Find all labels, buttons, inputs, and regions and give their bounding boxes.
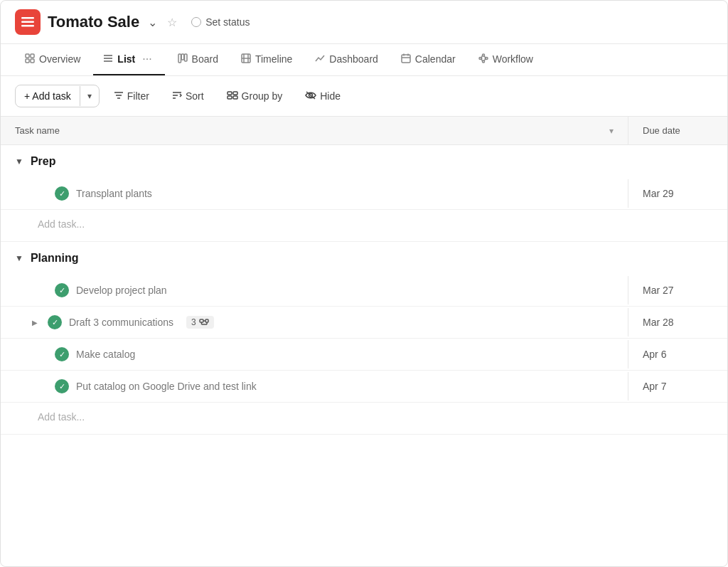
tab-overview[interactable]: Overview — [15, 45, 90, 75]
task-draft-check[interactable]: ✓ — [48, 315, 62, 329]
tab-calendar[interactable]: Calendar — [391, 45, 466, 75]
calendar-icon — [401, 53, 411, 65]
tab-board-label: Board — [192, 53, 218, 65]
status-circle-icon — [191, 17, 201, 27]
col-due-date-header[interactable]: Due date — [628, 117, 727, 144]
task-gdrive-date: Apr 7 — [628, 372, 727, 401]
group-prep-title: Prep — [31, 155, 56, 168]
add-task-main-button[interactable]: + Add task — [16, 85, 80, 107]
sort-button[interactable]: Sort — [164, 85, 213, 107]
task-draft-cell: ▶ ✓ Draft 3 communications 3 — [15, 307, 628, 338]
tab-workflow[interactable]: Workflow — [469, 45, 543, 75]
task-row: ✓ Put catalog on Google Drive and test l… — [1, 371, 727, 403]
task-transplant-check[interactable]: ✓ — [55, 186, 69, 201]
tab-timeline-label: Timeline — [255, 53, 292, 65]
tab-workflow-label: Workflow — [493, 53, 533, 65]
menu-icon-button[interactable] — [15, 9, 41, 35]
header: Tomato Sale ⌄ ☆ Set status — [1, 1, 727, 44]
group-by-button[interactable]: Group by — [218, 85, 291, 107]
tab-list-label: List — [117, 53, 135, 65]
nav-tabs: Overview List ··· Board — [1, 44, 727, 76]
task-gdrive-name: Put catalog on Google Drive and test lin… — [76, 381, 257, 392]
filter-icon — [114, 90, 124, 102]
set-status-button[interactable]: Set status — [186, 14, 255, 31]
sort-label: Sort — [186, 90, 204, 102]
add-task-planning-row[interactable]: Add task... — [1, 403, 727, 434]
add-task-prep-row[interactable]: Add task... — [1, 210, 727, 241]
task-catalog-check[interactable]: ✓ — [55, 347, 69, 361]
task-name-label: Task name — [15, 125, 60, 136]
toolbar: + Add task ▾ Filter S — [1, 76, 727, 117]
group-planning-header[interactable]: ▼ Planning — [1, 242, 727, 275]
task-develop-check[interactable]: ✓ — [55, 283, 69, 297]
svg-rect-1 — [21, 21, 34, 23]
svg-line-30 — [483, 58, 486, 60]
col-task-name-header[interactable]: Task name ▾ — [1, 117, 628, 144]
task-row: ✓ Make catalog Apr 6 — [1, 339, 727, 371]
filter-button[interactable]: Filter — [105, 85, 158, 107]
add-task-planning-label: Add task... — [38, 411, 85, 423]
dashboard-icon — [315, 53, 325, 65]
list-tab-more-button[interactable]: ··· — [139, 53, 154, 65]
svg-rect-6 — [31, 59, 34, 63]
task-draft-date: Mar 28 — [628, 308, 727, 337]
tab-calendar-label: Calendar — [415, 53, 456, 65]
hide-button[interactable]: Hide — [296, 85, 349, 107]
hide-label: Hide — [320, 90, 341, 102]
group-planning: ▼ Planning ✓ Develop project plan Mar 27… — [1, 242, 727, 435]
group-prep: ▼ Prep ✓ Transplant plants Mar 29 Add ta… — [1, 145, 727, 242]
svg-rect-40 — [233, 96, 237, 99]
timeline-icon — [241, 53, 251, 65]
hide-icon — [305, 90, 316, 102]
svg-rect-4 — [31, 54, 34, 58]
svg-line-27 — [481, 58, 483, 60]
list-icon — [103, 53, 113, 65]
task-draft-expand-button[interactable]: ▶ — [29, 317, 41, 328]
task-catalog-date: Apr 6 — [628, 340, 727, 369]
task-transplant-date: Mar 29 — [628, 179, 727, 208]
subtask-icon — [199, 319, 209, 326]
task-transplant-cell: ✓ Transplant plants — [41, 178, 628, 209]
svg-rect-39 — [228, 96, 232, 99]
task-catalog-name: Make catalog — [76, 349, 135, 360]
content: ▼ Prep ✓ Transplant plants Mar 29 Add ta… — [1, 145, 727, 435]
svg-rect-38 — [233, 92, 237, 95]
group-planning-title: Planning — [31, 252, 79, 265]
tab-dashboard[interactable]: Dashboard — [305, 45, 388, 75]
task-gdrive-cell: ✓ Put catalog on Google Drive and test l… — [41, 371, 628, 402]
group-planning-collapse-button[interactable]: ▼ — [15, 253, 23, 263]
star-button[interactable]: ☆ — [166, 14, 178, 31]
task-draft-name: Draft 3 communications — [69, 317, 173, 328]
task-develop-cell: ✓ Develop project plan — [41, 275, 628, 306]
subtask-count: 3 — [191, 317, 196, 327]
app-container: Tomato Sale ⌄ ☆ Set status Overview — [0, 0, 728, 567]
tab-timeline[interactable]: Timeline — [231, 45, 302, 75]
task-transplant-name: Transplant plants — [76, 188, 152, 199]
task-row: ✓ Develop project plan Mar 27 — [1, 275, 727, 307]
svg-rect-10 — [178, 54, 181, 63]
group-prep-header[interactable]: ▼ Prep — [1, 145, 727, 178]
tab-list[interactable]: List ··· — [93, 44, 164, 75]
svg-rect-12 — [184, 54, 187, 61]
group-prep-collapse-button[interactable]: ▼ — [15, 157, 23, 166]
workflow-icon — [478, 53, 488, 65]
svg-rect-5 — [26, 59, 29, 63]
table-header: Task name ▾ Due date — [1, 117, 727, 145]
svg-rect-17 — [402, 55, 410, 63]
svg-rect-0 — [21, 17, 34, 19]
tab-board[interactable]: Board — [168, 45, 228, 75]
task-develop-date: Mar 27 — [628, 276, 727, 304]
add-task-dropdown-button[interactable]: ▾ — [80, 86, 99, 106]
title-dropdown-button[interactable]: ⌄ — [146, 14, 159, 31]
svg-rect-37 — [228, 92, 232, 95]
task-row: ▶ ✓ Draft 3 communications 3 — [1, 307, 727, 339]
task-row: ✓ Transplant plants Mar 29 — [1, 178, 727, 210]
filter-label: Filter — [127, 90, 149, 102]
task-catalog-cell: ✓ Make catalog — [41, 339, 628, 370]
task-gdrive-check[interactable]: ✓ — [55, 379, 69, 393]
group-by-icon — [227, 90, 238, 102]
tab-dashboard-label: Dashboard — [329, 53, 378, 65]
svg-line-26 — [481, 55, 483, 58]
svg-rect-3 — [26, 54, 29, 58]
svg-rect-2 — [21, 25, 34, 27]
